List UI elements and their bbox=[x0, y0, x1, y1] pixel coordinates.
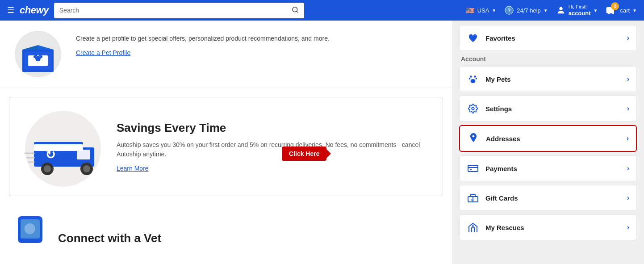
savings-text: Savings Every Time Autoship saves you 30… bbox=[117, 121, 429, 172]
right-sidebar: Favorites › Account My Pets › bbox=[452, 21, 644, 264]
svg-point-18 bbox=[39, 54, 41, 56]
my-rescues-chevron-icon: › bbox=[627, 223, 629, 231]
gift-card-icon: C bbox=[467, 192, 479, 204]
search-button[interactable] bbox=[286, 3, 304, 18]
search-bar bbox=[54, 3, 304, 18]
svg-point-36 bbox=[469, 78, 471, 80]
svg-point-7 bbox=[612, 13, 614, 14]
gift-cards-menu-item[interactable]: C Gift Cards › bbox=[459, 185, 637, 211]
svg-point-47 bbox=[472, 225, 474, 227]
svg-point-26 bbox=[83, 165, 90, 172]
account-section-label: Account bbox=[461, 55, 635, 63]
connect-section: Connect with a Vet bbox=[0, 205, 452, 254]
settings-label: Settings bbox=[485, 105, 627, 113]
cart-chevron-icon: ▼ bbox=[632, 8, 637, 13]
svg-point-0 bbox=[293, 7, 297, 12]
my-pets-label: My Pets bbox=[485, 75, 627, 83]
help-icon: ? bbox=[504, 5, 514, 15]
gift-cards-label: Gift Cards bbox=[485, 194, 627, 202]
my-rescues-menu-item[interactable]: My Rescues › bbox=[459, 214, 637, 240]
learn-more-link[interactable]: Learn More bbox=[117, 165, 149, 172]
settings-chevron-icon: › bbox=[627, 105, 629, 113]
main-layout: Create a pet profile to get special offe… bbox=[0, 21, 644, 264]
location-pin-icon bbox=[467, 132, 480, 145]
left-content: Create a pet profile to get special offe… bbox=[0, 21, 452, 264]
svg-point-37 bbox=[476, 78, 477, 80]
payments-chevron-icon: › bbox=[627, 164, 629, 172]
vet-image bbox=[9, 214, 49, 245]
svg-point-33 bbox=[25, 223, 35, 234]
svg-rect-21 bbox=[77, 150, 90, 159]
header-right: 🇺🇸 USA ▼ ? 24/7 help ▼ Hi, First! accoun… bbox=[466, 4, 637, 17]
search-input[interactable] bbox=[54, 3, 286, 17]
cart-button[interactable]: 0 cart ▼ bbox=[606, 5, 637, 16]
svg-point-34 bbox=[470, 75, 472, 78]
my-pets-chevron-icon: › bbox=[627, 75, 629, 83]
my-rescues-label: My Rescues bbox=[485, 224, 627, 231]
settings-menu-item[interactable]: Settings › bbox=[459, 96, 637, 122]
svg-point-6 bbox=[608, 13, 610, 14]
savings-title: Savings Every Time bbox=[117, 121, 429, 135]
chewy-logo: chewy bbox=[20, 4, 49, 16]
gift-cards-chevron-icon: › bbox=[627, 194, 629, 202]
credit-card-icon bbox=[467, 162, 479, 175]
svg-text:C: C bbox=[471, 198, 474, 202]
gear-icon bbox=[467, 102, 479, 115]
favorites-menu-item[interactable]: Favorites › bbox=[459, 25, 637, 51]
cart-label: cart bbox=[620, 7, 630, 14]
svg-point-17 bbox=[35, 54, 37, 56]
hamburger-icon[interactable]: ☰ bbox=[7, 5, 14, 15]
account-chevron-icon: ▼ bbox=[594, 8, 598, 13]
svg-line-1 bbox=[297, 11, 298, 13]
svg-text:↻: ↻ bbox=[45, 148, 55, 162]
vet-illustration bbox=[9, 214, 49, 245]
help-chevron-icon: ▼ bbox=[544, 8, 548, 13]
svg-rect-44 bbox=[471, 194, 475, 197]
payments-menu-item[interactable]: Payments › bbox=[459, 155, 637, 181]
pet-profile-section: Create a pet profile to get special offe… bbox=[0, 21, 452, 88]
svg-rect-22 bbox=[34, 144, 83, 151]
box-image bbox=[9, 29, 67, 79]
box-illustration bbox=[11, 29, 65, 79]
site-header: ☰ chewy 🇺🇸 USA ▼ ? 24/7 help ▼ bbox=[0, 0, 644, 21]
account-icon bbox=[556, 5, 566, 15]
savings-section: Click Here bbox=[9, 97, 443, 196]
favorites-chevron-icon: › bbox=[627, 34, 629, 42]
savings-description: Autoship saves you 30% on your first ord… bbox=[117, 140, 429, 159]
cart-count-badge: 0 bbox=[611, 2, 619, 10]
favorites-label: Favorites bbox=[485, 34, 627, 42]
addresses-label: Addresses bbox=[486, 135, 627, 142]
rescue-house-icon bbox=[467, 221, 479, 234]
svg-point-35 bbox=[474, 75, 476, 78]
create-pet-profile-link[interactable]: Create a Pet Profile bbox=[76, 49, 130, 56]
pet-profile-text: Create a pet profile to get special offe… bbox=[76, 29, 330, 57]
account-greeting: Hi, First! bbox=[569, 4, 591, 10]
my-pets-menu-item[interactable]: My Pets › bbox=[459, 66, 637, 92]
svg-point-4 bbox=[559, 7, 562, 10]
country-selector[interactable]: 🇺🇸 USA ▼ bbox=[466, 6, 497, 15]
account-button[interactable]: Hi, First! account ▼ bbox=[556, 4, 598, 17]
svg-rect-40 bbox=[468, 165, 478, 172]
country-chevron-icon: ▼ bbox=[492, 8, 496, 13]
country-label: USA bbox=[477, 7, 489, 14]
truck-illustration: ↻ bbox=[21, 111, 105, 182]
help-label: 24/7 help bbox=[517, 7, 541, 14]
svg-point-24 bbox=[44, 165, 51, 172]
svg-point-39 bbox=[472, 107, 474, 110]
pet-profile-description: Create a pet profile to get special offe… bbox=[76, 34, 330, 43]
truck-image: ↻ bbox=[18, 106, 108, 187]
connect-title: Connect with a Vet bbox=[58, 231, 161, 245]
heart-icon bbox=[467, 32, 479, 44]
payments-label: Payments bbox=[485, 165, 627, 172]
svg-text:?: ? bbox=[508, 8, 511, 13]
click-here-tooltip: Click Here bbox=[282, 147, 326, 161]
help-button[interactable]: ? 24/7 help ▼ bbox=[504, 5, 548, 15]
svg-point-38 bbox=[471, 79, 476, 83]
account-label: account bbox=[569, 10, 591, 17]
paw-icon bbox=[467, 73, 479, 85]
addresses-chevron-icon: › bbox=[627, 134, 629, 142]
us-flag-icon: 🇺🇸 bbox=[466, 6, 475, 15]
addresses-menu-item[interactable]: Addresses › bbox=[459, 125, 637, 152]
